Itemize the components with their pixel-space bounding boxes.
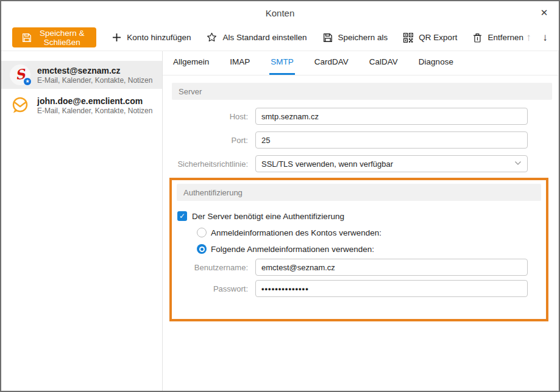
add-account-button[interactable]: Konto hinzufügen	[112, 33, 191, 42]
security-policy-value: SSL/TLS verwenden, wenn verfügbar	[261, 159, 393, 169]
host-label: Host:	[172, 112, 255, 121]
close-icon: ✕	[541, 7, 548, 18]
trash-icon	[473, 33, 482, 43]
radio-selected-icon	[197, 244, 207, 254]
arrow-up-icon: ↑	[526, 32, 531, 44]
dialog-titlebar: Konten ✕	[1, 1, 559, 24]
password-input[interactable]	[255, 280, 528, 297]
emclient-logo-icon	[10, 95, 30, 116]
accounts-dialog: Konten ✕ Speichern & Schließen Konto h	[0, 0, 560, 392]
port-label: Port:	[172, 136, 255, 145]
use-account-credentials-radio[interactable]: Anmeldeinformationen des Kontos verwende…	[197, 228, 541, 237]
security-policy-label: Sicherheitsrichtlinie:	[172, 159, 255, 169]
dialog-title: Konten	[266, 8, 295, 18]
server-requires-auth-label: Der Server benötigt eine Authentifizieru…	[192, 212, 344, 221]
save-as-button[interactable]: Speichern als	[323, 33, 388, 43]
star-icon	[207, 32, 217, 43]
plus-icon	[112, 33, 121, 42]
toolbar: Speichern & Schließen Konto hinzufügen A…	[1, 24, 559, 51]
server-section-header: Server	[172, 83, 552, 100]
add-account-label: Konto hinzufügen	[127, 33, 191, 42]
smtp-settings-panel: Server Host: Port: Sicherheitsrichtlinie…	[163, 75, 558, 391]
tab-diagnose[interactable]: Diagnose	[417, 57, 455, 75]
dialog-body: S ★ emctest@seznam.cz E-Mail, Kalender, …	[1, 51, 559, 391]
qr-export-label: QR Export	[419, 33, 457, 42]
password-row: Passwort:	[177, 280, 541, 297]
security-policy-row: Sicherheitsrichtlinie: SSL/TLS verwenden…	[172, 155, 552, 172]
remove-label: Entfernen	[487, 33, 523, 42]
account-email: john.doe@e.emclient.com	[37, 96, 152, 107]
account-item-emclient[interactable]: john.doe@e.emclient.com E-Mail, Kalender…	[1, 91, 162, 119]
save-and-close-label: Speichern & Schließen	[37, 29, 87, 47]
account-item-seznam[interactable]: S ★ emctest@seznam.cz E-Mail, Kalender, …	[1, 61, 162, 89]
authentication-section-header: Authentifizierung	[177, 184, 541, 201]
set-default-button[interactable]: Als Standard einstellen	[207, 32, 307, 43]
save-as-label: Speichern als	[338, 33, 388, 42]
username-row: Benutzername:	[177, 259, 541, 276]
tab-allgemein[interactable]: Allgemein	[172, 57, 210, 75]
arrow-down-icon: ↓	[542, 32, 548, 44]
security-policy-select[interactable]: SSL/TLS verwenden, wenn verfügbar	[255, 155, 528, 172]
star-badge-icon: ★	[25, 79, 29, 84]
account-services: E-Mail, Kalender, Kontakte, Notizen	[37, 107, 152, 116]
tab-carddav[interactable]: CardDAV	[313, 57, 350, 75]
server-requires-auth-checkbox[interactable]: ✓ Der Server benötigt eine Authentifizie…	[177, 211, 541, 221]
move-up-button[interactable]: ↑	[523, 30, 534, 46]
port-row: Port:	[172, 131, 552, 149]
password-label: Passwort:	[177, 284, 255, 293]
tab-smtp[interactable]: SMTP	[269, 57, 295, 75]
host-input[interactable]	[255, 108, 528, 125]
use-custom-credentials-radio[interactable]: Folgende Anmeldeinformationen verwenden:	[197, 244, 541, 254]
checkbox-checked-icon: ✓	[177, 211, 187, 221]
authentication-section-highlight: Authentifizierung ✓ Der Server benötigt …	[169, 178, 548, 321]
username-label: Benutzername:	[177, 263, 255, 272]
port-input[interactable]	[255, 131, 528, 149]
use-account-credentials-label: Anmeldeinformationen des Kontos verwende…	[211, 228, 381, 237]
set-default-label: Als Standard einstellen	[222, 33, 307, 42]
account-settings-pane: Allgemein IMAP SMTP CardDAV CalDAV Diagn…	[163, 51, 559, 391]
account-list: S ★ emctest@seznam.cz E-Mail, Kalender, …	[1, 51, 163, 391]
host-row: Host:	[172, 108, 552, 125]
radio-unselected-icon	[197, 228, 207, 237]
username-input[interactable]	[255, 259, 528, 276]
account-email: emctest@seznam.cz	[37, 65, 152, 76]
qr-code-icon	[403, 33, 413, 43]
save-and-close-button[interactable]: Speichern & Schließen	[12, 27, 96, 47]
tab-caldav[interactable]: CalDAV	[368, 57, 399, 75]
close-button[interactable]: ✕	[537, 5, 551, 20]
chevron-down-icon	[514, 161, 522, 166]
account-services: E-Mail, Kalender, Kontakte, Notizen	[37, 76, 152, 85]
settings-tabs: Allgemein IMAP SMTP CardDAV CalDAV Diagn…	[163, 51, 558, 75]
remove-account-button[interactable]: Entfernen	[473, 33, 523, 43]
seznam-logo-icon: S ★	[10, 65, 30, 85]
move-down-button[interactable]: ↓	[540, 30, 550, 46]
use-custom-credentials-label: Folgende Anmeldeinformationen verwenden:	[211, 245, 374, 254]
tab-imap[interactable]: IMAP	[229, 57, 251, 75]
save-icon	[323, 33, 333, 43]
save-icon	[22, 33, 32, 43]
default-account-badge: ★	[23, 77, 32, 86]
qr-export-button[interactable]: QR Export	[403, 33, 457, 43]
